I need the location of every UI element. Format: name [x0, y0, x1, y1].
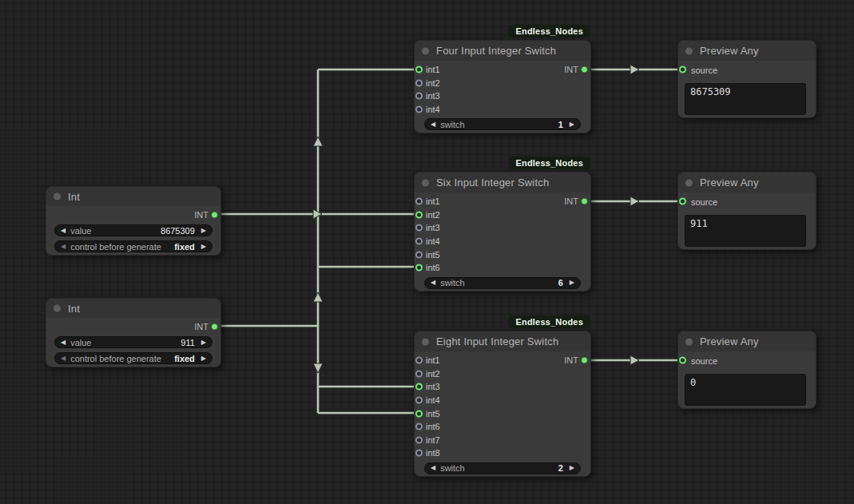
input-label: int2 [426, 78, 440, 88]
widget-value[interactable]: 1 [558, 120, 563, 129]
input-port-int7[interactable] [415, 436, 423, 443]
prev-option-icon[interactable]: ◀ [61, 244, 66, 250]
node-preview-any-1[interactable]: Preview Any source 8675309 [677, 40, 816, 118]
node-title: Preview Any [700, 177, 759, 189]
collapse-dot-icon[interactable] [685, 338, 693, 345]
node-titlebar[interactable]: Six Input Integer Switch [415, 173, 590, 192]
output-port-int[interactable] [211, 212, 218, 219]
node-four-input-integer-switch[interactable]: Endless_Nodes Four Input Integer Switch … [414, 40, 591, 133]
input-port-int1[interactable] [415, 66, 423, 73]
wire-arrow-down-1 [313, 363, 323, 373]
node-titlebar[interactable]: Preview Any [678, 173, 816, 192]
collapse-dot-icon[interactable] [54, 193, 61, 200]
control-before-generate-widget[interactable]: ◀ control before generate fixed ▶ [54, 240, 213, 252]
input-label: int2 [426, 369, 440, 379]
output-port-int[interactable] [581, 198, 588, 205]
decrement-icon[interactable]: ◀ [431, 121, 435, 128]
next-option-icon[interactable]: ▶ [201, 355, 206, 362]
wire-arrow-right-3 [630, 355, 639, 365]
input-label: int4 [426, 105, 440, 114]
increment-icon[interactable]: ▶ [570, 121, 574, 128]
node-int-2-titlebar[interactable]: Int [46, 299, 220, 318]
node-graph-canvas[interactable]: Int INT ◀ value 8675309 ▶ ◀ control befo… [0, 0, 854, 504]
node-title: Int [68, 191, 80, 203]
input-port-source[interactable] [679, 198, 686, 205]
next-option-icon[interactable]: ▶ [201, 244, 206, 250]
collapse-dot-icon[interactable] [685, 179, 693, 186]
widget-label: control before generate [70, 354, 161, 363]
widget-label: value [70, 226, 91, 236]
input-label: int6 [426, 422, 440, 431]
widget-value[interactable]: fixed [174, 354, 195, 363]
input-port-int6[interactable] [415, 423, 423, 431]
collapse-dot-icon[interactable] [422, 338, 429, 345]
increment-icon[interactable]: ▶ [201, 339, 206, 346]
decrement-icon[interactable]: ◀ [61, 339, 66, 346]
wire-arrow-up-1 [313, 137, 323, 146]
node-titlebar[interactable]: Preview Any [678, 41, 816, 61]
input-port-int8[interactable] [415, 450, 423, 457]
increment-icon[interactable]: ▶ [570, 280, 574, 286]
input-port-int4[interactable] [415, 106, 423, 113]
input-port-int4[interactable] [415, 238, 423, 245]
node-title: Int [68, 303, 80, 315]
node-int-1-titlebar[interactable]: Int [46, 187, 220, 206]
input-port-int4[interactable] [415, 397, 423, 404]
output-group: INT [564, 354, 578, 367]
output-port-int[interactable] [581, 66, 588, 73]
node-titlebar[interactable]: Eight Input Integer Switch [415, 331, 590, 351]
input-port-int3[interactable] [415, 224, 423, 232]
input-port-int1[interactable] [415, 357, 423, 364]
collapse-dot-icon[interactable] [54, 305, 61, 312]
collapse-dot-icon[interactable] [685, 47, 693, 54]
collapse-dot-icon[interactable] [422, 47, 429, 54]
node-preview-any-3[interactable]: Preview Any source 0 [677, 331, 816, 409]
node-titlebar[interactable]: Preview Any [678, 331, 816, 351]
value-widget[interactable]: ◀ value 8675309 ▶ [54, 224, 213, 236]
decrement-icon[interactable]: ◀ [431, 465, 435, 471]
node-preview-any-2[interactable]: Preview Any source 911 [677, 172, 816, 250]
input-port-int1[interactable] [415, 198, 423, 205]
switch-widget[interactable]: ◀ switch 6 ▶ [424, 277, 581, 289]
input-port-int3[interactable] [415, 93, 423, 100]
node-int-2[interactable]: Int INT ◀ value 911 ▶ ◀ control before g… [46, 298, 221, 367]
output-label: INT [564, 196, 578, 206]
input-label: int1 [426, 355, 440, 365]
switch-widget[interactable]: ◀ switch 2 ▶ [424, 462, 581, 474]
widget-value[interactable]: 2 [558, 463, 563, 473]
node-int-1[interactable]: Int INT ◀ value 8675309 ▶ ◀ control befo… [46, 186, 221, 256]
widget-value[interactable]: 6 [558, 278, 563, 288]
widget-value[interactable]: 911 [181, 338, 195, 347]
increment-icon[interactable]: ▶ [570, 465, 574, 471]
input-port-int3[interactable] [415, 383, 423, 391]
decrement-icon[interactable]: ◀ [431, 280, 435, 286]
prev-option-icon[interactable]: ◀ [61, 355, 66, 362]
collapse-dot-icon[interactable] [422, 179, 429, 186]
output-port-int[interactable] [581, 357, 588, 364]
switch-widget[interactable]: ◀ switch 1 ▶ [424, 118, 581, 130]
input-port-source[interactable] [679, 66, 686, 73]
input-label: int5 [426, 409, 440, 419]
control-before-generate-widget[interactable]: ◀ control before generate fixed ▶ [54, 352, 213, 364]
input-port-source[interactable] [679, 357, 686, 364]
input-port-int2[interactable] [415, 79, 423, 86]
input-port-int2[interactable] [415, 211, 423, 218]
decrement-icon[interactable]: ◀ [61, 228, 66, 234]
input-label: int3 [426, 382, 440, 391]
input-port-int6[interactable] [415, 264, 423, 272]
input-port-int5[interactable] [415, 251, 423, 258]
output-port-int[interactable] [211, 323, 218, 331]
widget-label: switch [440, 278, 465, 288]
widget-value[interactable]: 8675309 [161, 226, 195, 236]
node-eight-input-integer-switch[interactable]: Endless_Nodes Eight Input Integer Switch… [414, 331, 591, 477]
input-port-int2[interactable] [415, 370, 423, 377]
node-six-input-integer-switch[interactable]: Endless_Nodes Six Input Integer Switch i… [414, 172, 591, 292]
input-port-int5[interactable] [415, 410, 423, 417]
increment-icon[interactable]: ▶ [201, 228, 206, 234]
output-group: INT [564, 195, 578, 208]
output-label: INT [564, 355, 578, 365]
value-widget[interactable]: ◀ value 911 ▶ [54, 336, 213, 348]
widget-label: value [70, 338, 91, 347]
widget-value[interactable]: fixed [174, 242, 195, 252]
node-titlebar[interactable]: Four Input Integer Switch [415, 41, 590, 61]
